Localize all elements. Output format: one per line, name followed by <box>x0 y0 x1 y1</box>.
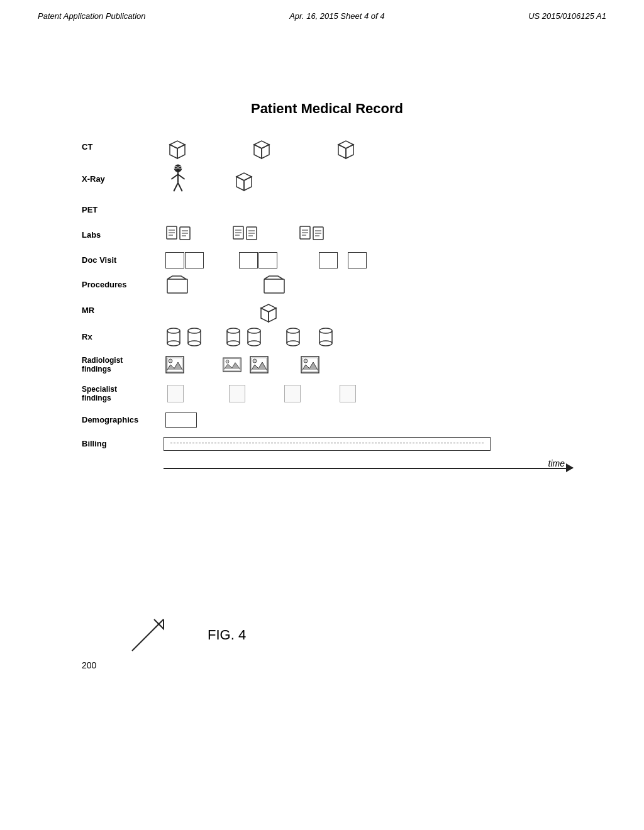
xray-cube <box>233 169 255 189</box>
content-billing <box>164 437 572 451</box>
procedures-box-2 <box>263 275 286 294</box>
svg-point-82 <box>253 359 257 363</box>
svg-point-57 <box>188 341 201 346</box>
svg-marker-1 <box>170 145 177 158</box>
svg-point-76 <box>169 359 172 363</box>
time-axis: time <box>82 460 572 475</box>
docvisit-box-5 <box>319 252 338 268</box>
svg-marker-19 <box>244 177 252 191</box>
content-docvisit <box>164 251 572 270</box>
svg-marker-8 <box>346 145 353 158</box>
figure-number: 200 <box>82 660 96 670</box>
header-center: Apr. 16, 2015 Sheet 4 of 4 <box>289 11 384 21</box>
rad-photo-4 <box>301 356 319 374</box>
docvisit-box-6 <box>348 252 367 268</box>
svg-marker-5 <box>262 145 269 158</box>
svg-rect-83 <box>301 357 319 373</box>
label-pet: PET <box>82 205 164 215</box>
spec-doc-4 <box>340 385 356 402</box>
svg-point-69 <box>287 341 299 346</box>
label-billing: Billing <box>82 439 164 449</box>
demo-box <box>165 412 197 428</box>
procedures-box-1 <box>166 275 189 294</box>
svg-rect-74 <box>166 357 184 373</box>
svg-marker-47 <box>261 308 269 322</box>
label-labs: Labs <box>82 230 164 240</box>
svg-point-58 <box>227 328 240 333</box>
svg-point-49 <box>167 328 180 333</box>
label-rx: Rx <box>82 332 164 342</box>
svg-marker-17 <box>236 173 252 180</box>
row-ct: CT <box>82 136 572 158</box>
figure-area: FIG. 4 <box>126 613 246 657</box>
label-mr: MR <box>82 306 164 316</box>
content-specialist <box>164 384 572 404</box>
svg-marker-3 <box>254 141 269 148</box>
time-axis-arrow <box>566 463 574 472</box>
svg-point-66 <box>287 328 299 333</box>
label-radiologist: Radiologistfindings <box>82 356 164 374</box>
labs-doc-2 <box>179 226 194 245</box>
header-right: US 2015/0106125 A1 <box>528 11 606 21</box>
svg-rect-77 <box>223 358 241 372</box>
billing-bar <box>164 437 491 451</box>
content-demographics <box>164 411 572 429</box>
svg-point-54 <box>188 328 201 333</box>
rad-photo-3 <box>250 356 269 374</box>
svg-point-73 <box>319 341 332 346</box>
label-procedures: Procedures <box>82 280 164 290</box>
svg-line-16 <box>178 183 182 191</box>
docvisit-box-1 <box>165 252 184 268</box>
label-docvisit: Doc Visit <box>82 255 164 265</box>
xray-person <box>166 163 190 195</box>
svg-point-65 <box>248 341 260 346</box>
mr-cube <box>257 301 280 321</box>
diagram-grid: CT <box>82 136 572 475</box>
svg-marker-6 <box>338 141 353 148</box>
rx-cyl-4 <box>246 327 262 347</box>
diagram-title: Patient Medical Record <box>82 101 572 117</box>
rx-cyl-1 <box>165 327 182 347</box>
content-xray <box>164 162 572 196</box>
svg-point-85 <box>304 359 308 363</box>
svg-marker-46 <box>261 304 276 312</box>
content-rx <box>164 326 572 348</box>
svg-point-70 <box>319 328 332 333</box>
rad-photo-2 <box>223 356 245 374</box>
label-specialist: Specialistfindings <box>82 385 164 403</box>
ct-cube-3 <box>335 137 357 157</box>
row-xray: X-Ray <box>82 162 572 196</box>
rx-cyl-2 <box>186 327 203 347</box>
ct-cube-2 <box>250 137 273 157</box>
row-labs: Labs <box>82 224 572 246</box>
svg-marker-4 <box>254 145 262 158</box>
svg-marker-7 <box>338 145 346 158</box>
docvisit-box-3 <box>239 252 258 268</box>
svg-rect-45 <box>264 279 284 293</box>
rad-photo-1 <box>165 356 184 374</box>
rx-cyl-6 <box>318 327 334 347</box>
rx-cyl-5 <box>285 327 301 347</box>
content-radiologist <box>164 355 572 375</box>
row-procedures: Procedures <box>82 274 572 296</box>
content-ct <box>164 136 572 158</box>
svg-point-9 <box>174 165 182 172</box>
docvisit-box-4 <box>258 252 277 268</box>
content-procedures <box>164 274 572 296</box>
spec-doc-3 <box>284 385 301 402</box>
svg-marker-48 <box>269 308 276 322</box>
figure-label: FIG. 4 <box>208 627 246 643</box>
svg-marker-0 <box>170 141 185 148</box>
label-xray: X-Ray <box>82 174 164 184</box>
svg-point-61 <box>227 341 240 346</box>
docvisit-box-2 <box>185 252 204 268</box>
figure-arrow-icon <box>126 613 170 657</box>
svg-point-53 <box>167 341 180 346</box>
svg-point-62 <box>248 328 260 333</box>
row-docvisit: Doc Visit <box>82 250 572 270</box>
label-demographics: Demographics <box>82 415 164 425</box>
svg-marker-18 <box>236 177 244 191</box>
time-label: time <box>548 458 565 468</box>
svg-rect-80 <box>250 357 268 373</box>
spec-doc-1 <box>167 385 184 402</box>
